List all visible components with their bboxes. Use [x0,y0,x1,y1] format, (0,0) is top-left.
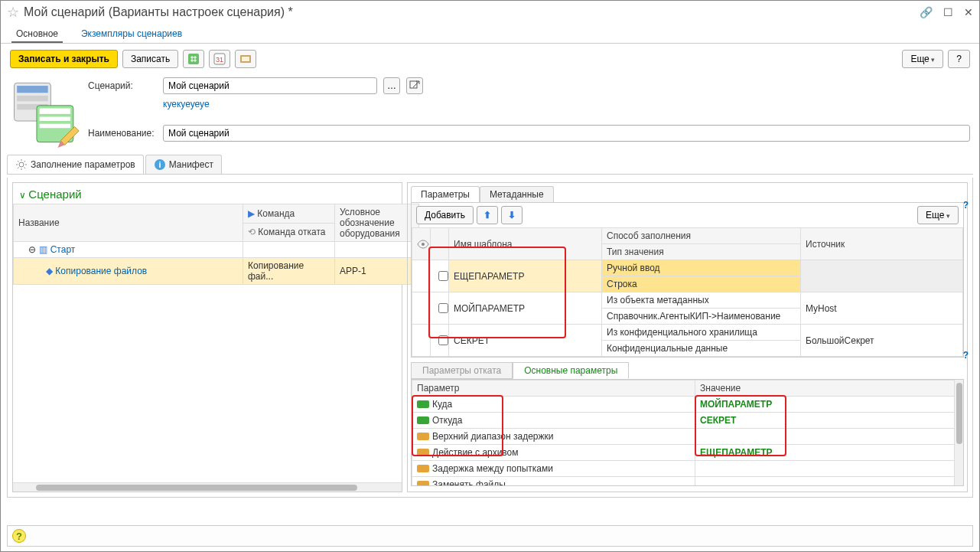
tab-main[interactable]: Основное [11,25,63,43]
col-template-name: Имя шаблона [449,228,602,260]
scenario-big-icon [10,77,80,150]
col-source: Источник [801,228,963,260]
maximize-icon[interactable]: ☐ [943,6,953,18]
move-up-button[interactable]: ⬆ [477,206,498,224]
footer-help-icon[interactable]: ? [12,529,26,543]
tab-instances[interactable]: Экземпляры сценариев [77,25,187,43]
svg-rect-10 [40,108,70,113]
value-row[interactable]: Действие с архивом ЕЩЕПАРАМЕТР [412,445,963,461]
svg-point-17 [422,243,425,246]
params-more-button[interactable]: Еще [917,206,959,224]
row-checkbox[interactable] [438,335,448,345]
name-label: Наименование: [88,128,157,139]
toolbar-icon-1[interactable] [183,50,204,68]
info-icon: i [154,158,166,171]
bottom-tab-main[interactable]: Основные параметры [513,362,629,379]
more-button[interactable]: Еще [902,50,943,68]
sub-link[interactable]: куекуеуеуе [163,99,210,109]
scenario-label: Сценарий: [88,80,157,91]
svg-point-14 [19,162,24,167]
gear-icon [15,158,28,171]
scenario-lookup-button[interactable]: … [383,77,400,94]
sub-tab-meta[interactable]: Метаданные [480,186,554,202]
param-row[interactable]: ЕЩЕПАРАМЕТР Ручной ввод [412,260,963,276]
svg-rect-4 [242,57,249,61]
value-row[interactable]: Заменять файлы [412,477,963,487]
move-down-button[interactable]: ⬇ [501,206,523,224]
col-name: Название [14,204,243,242]
save-button[interactable]: Записать [122,50,178,68]
svg-text:i: i [158,160,161,169]
row-checkbox[interactable] [438,271,448,281]
panel-tab-manifest[interactable]: i Манифест [145,155,222,174]
value-row[interactable]: Откуда СЕКРЕТ [412,413,963,429]
svg-rect-7 [17,96,47,101]
window-title: Мой сценарий (Варианты настроек сценария… [24,5,920,19]
svg-rect-12 [40,124,70,129]
name-input[interactable] [163,125,970,142]
col-fill-method: Способ заполнения [602,228,801,244]
svg-rect-11 [40,117,70,122]
value-row[interactable]: Верхний диапазон задержки [412,429,963,445]
col-value: Значение [695,381,963,397]
col-param: Параметр [412,381,695,397]
col-visible-icon [412,228,431,260]
toolbar-icon-2[interactable]: 31 [209,50,230,68]
save-close-button[interactable]: Записать и закрыть [10,50,118,68]
tree-step-row[interactable]: ◆ Копирование файлов Копирование фай... … [14,258,419,285]
scenario-section-header[interactable]: Сценарий [13,183,402,204]
toolbar-icon-3[interactable] [235,50,256,68]
col-rollback: ⟲ Команда отката [243,223,335,242]
sub-tab-params[interactable]: Параметры [411,186,480,202]
row-checkbox[interactable] [438,303,448,313]
add-button[interactable]: Добавить [416,206,474,224]
h-scrollbar[interactable] [13,482,402,492]
close-icon[interactable]: ✕ [964,6,973,18]
help-button[interactable]: ? [948,50,970,68]
panel-tab-fill-params[interactable]: Заполнение параметров [7,155,144,174]
param-row[interactable]: МОЙПАРАМЕТР Из объекта метаданных MyHost [412,292,963,309]
scenario-open-button[interactable] [406,77,423,94]
help-icon-2[interactable]: ? [963,350,969,361]
svg-text:31: 31 [216,56,223,64]
link-icon[interactable]: 🔗 [920,6,933,18]
svg-rect-6 [17,86,47,93]
scenario-input[interactable] [163,77,377,94]
tree-root-row[interactable]: ⊖ ▥ Старт [14,242,419,258]
svg-rect-0 [188,54,199,64]
col-value-type: Тип значения [602,244,801,260]
favorite-star-icon[interactable]: ☆ [7,4,19,21]
v-scrollbar[interactable] [954,380,963,485]
value-row[interactable]: Задержка между попытками [412,461,963,477]
value-row[interactable]: Куда МОЙПАРАМЕТР [412,397,963,413]
bottom-tab-rollback[interactable]: Параметры отката [411,362,513,379]
col-command: ▶ Команда [243,204,335,224]
col-equipment: Условное обозначение оборудования [335,204,419,242]
param-row[interactable]: СЕКРЕТ Из конфиденциального хранилища Бо… [412,325,963,341]
